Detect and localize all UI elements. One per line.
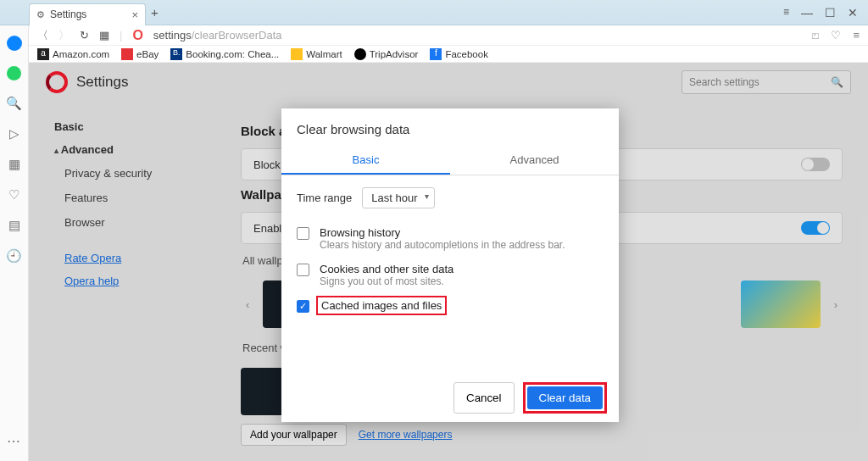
- menu-icon[interactable]: ≡: [853, 29, 860, 42]
- back-icon[interactable]: 〈: [37, 28, 48, 43]
- search-icon[interactable]: 🔍: [6, 96, 22, 111]
- window-controls: ≡ — ☐ ✕: [783, 6, 868, 19]
- tiles-icon[interactable]: ▦: [99, 29, 109, 42]
- bookmarks-bar: aAmazon.com eBay B.Booking.com: Chea... …: [29, 46, 868, 63]
- new-tab-button[interactable]: +: [151, 5, 159, 19]
- send-icon[interactable]: ▷: [9, 126, 19, 142]
- tab-close-icon[interactable]: ×: [131, 8, 138, 21]
- browser-tab[interactable]: ⚙ Settings ×: [29, 3, 146, 25]
- speeddial-icon[interactable]: ▦: [8, 157, 20, 172]
- reload-icon[interactable]: ↻: [80, 29, 89, 42]
- snapshot-icon[interactable]: ⏍: [812, 29, 819, 42]
- more-icon[interactable]: ⋯: [7, 433, 22, 449]
- time-range-select[interactable]: Last hour: [362, 187, 435, 208]
- bookmark-item[interactable]: aAmazon.com: [37, 48, 109, 60]
- bookmark-item[interactable]: fFacebook: [430, 48, 488, 60]
- option-cached-files[interactable]: ✓ Cached images and files: [297, 293, 604, 319]
- tab-title: Settings: [50, 8, 86, 20]
- clear-data-button[interactable]: Clear data: [527, 386, 604, 409]
- opera-logo-icon: O: [132, 28, 142, 43]
- option-browsing-history[interactable]: Browsing historyClears history and autoc…: [297, 220, 604, 257]
- tab-advanced[interactable]: Advanced: [450, 147, 619, 175]
- opera-sidebar: 🔍 ▷ ▦ ♡ ▤ 🕘 ⋯: [0, 25, 29, 461]
- messenger-icon[interactable]: [7, 36, 22, 51]
- title-bar: ⚙ Settings × + ≡ — ☐ ✕: [0, 0, 868, 25]
- heart-icon[interactable]: ♡: [8, 187, 19, 203]
- bookmark-item[interactable]: eBay: [121, 48, 159, 60]
- bookmark-item[interactable]: TripAdvisor: [354, 48, 419, 60]
- bookmark-item[interactable]: Walmart: [291, 48, 342, 60]
- option-cookies[interactable]: Cookies and other site dataSigns you out…: [297, 257, 604, 293]
- checkbox-checked[interactable]: ✓: [297, 300, 309, 313]
- time-range-label: Time range: [297, 192, 352, 204]
- whatsapp-icon[interactable]: [7, 66, 21, 81]
- bookmark-item[interactable]: B.Booking.com: Chea...: [170, 48, 279, 60]
- gear-icon: ⚙: [36, 9, 45, 20]
- close-window-icon[interactable]: ✕: [848, 6, 858, 19]
- checkbox[interactable]: [297, 227, 309, 240]
- cancel-button[interactable]: Cancel: [453, 382, 515, 414]
- url-field[interactable]: settings/clearBrowserData: [153, 29, 282, 42]
- history-icon[interactable]: 🕘: [6, 248, 22, 264]
- heart-outline-icon[interactable]: ♡: [831, 29, 841, 42]
- forward-icon: 〉: [58, 28, 70, 43]
- minimize-icon[interactable]: —: [801, 6, 813, 19]
- menu-chevron-icon[interactable]: ≡: [783, 6, 789, 19]
- dialog-title: Clear browsing data: [281, 108, 619, 147]
- address-bar: 〈 〉 ↻ ▦ | O settings/clearBrowserData ⏍ …: [29, 25, 868, 46]
- clear-browsing-data-dialog: Clear browsing data Basic Advanced Time …: [281, 108, 619, 422]
- maximize-icon[interactable]: ☐: [825, 6, 836, 19]
- tab-basic[interactable]: Basic: [281, 147, 450, 175]
- checkbox[interactable]: [297, 264, 309, 276]
- news-icon[interactable]: ▤: [8, 218, 20, 233]
